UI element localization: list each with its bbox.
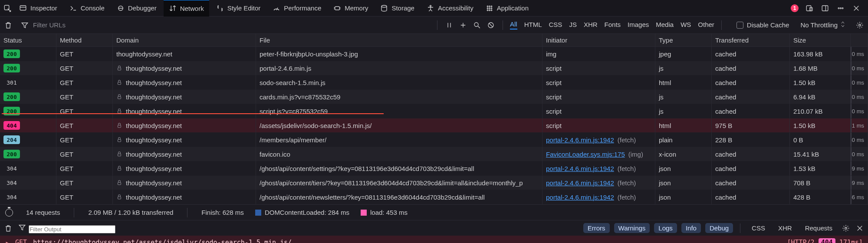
cell-size[interactable]: 1.53 kB xyxy=(790,161,851,176)
plus-icon[interactable] xyxy=(458,20,468,30)
trash-icon[interactable] xyxy=(3,223,13,233)
cell-domain[interactable]: thoughtodyssey.net xyxy=(113,133,256,147)
cell-transferred[interactable]: 975 B xyxy=(712,118,790,133)
type-chip-html[interactable]: HTML xyxy=(524,21,542,29)
console-error-entry[interactable]: ▸ GET https://thoughtodyssey.net/assets/… xyxy=(0,236,868,243)
column-header[interactable]: Size xyxy=(790,34,851,47)
cell-status[interactable]: 204 xyxy=(0,133,56,147)
cell-method[interactable]: GET xyxy=(56,161,113,176)
console-filter[interactable] xyxy=(17,223,115,233)
column-header[interactable]: File xyxy=(256,34,542,47)
gear-icon[interactable] xyxy=(855,20,865,30)
cell-status[interactable]: 200 xyxy=(0,90,56,104)
cell-transferred[interactable]: cached xyxy=(712,161,790,176)
cell-time[interactable]: 0 ms xyxy=(851,47,868,61)
console-pill-errors[interactable]: Errors xyxy=(583,223,610,233)
cell-initiator[interactable]: script xyxy=(542,76,655,90)
cell-domain[interactable]: thoughtodyssey.net xyxy=(113,104,256,118)
cell-file[interactable]: /assets/jsdelivr/sodo-search-1.5.min.js/ xyxy=(256,118,542,133)
cell-status[interactable]: 200 xyxy=(0,147,56,161)
type-chip-images[interactable]: Images xyxy=(628,21,649,29)
cell-initiator[interactable]: script xyxy=(542,118,655,133)
cell-time[interactable]: 140 ms xyxy=(851,133,868,147)
cell-size[interactable]: 708 B xyxy=(790,176,851,190)
gear-icon[interactable] xyxy=(841,223,851,233)
cell-time[interactable]: 0 ms xyxy=(851,104,868,118)
cell-file[interactable]: sodo-search-1.5.min.js xyxy=(256,76,542,90)
type-chip-fonts[interactable]: Fonts xyxy=(605,21,621,29)
cell-initiator[interactable]: script xyxy=(542,90,655,104)
cell-file[interactable]: /members/api/member/ xyxy=(256,133,542,147)
cell-initiator[interactable]: portal-2.4.6.min.js:1942 (fetch) xyxy=(542,133,655,147)
cell-type[interactable]: js xyxy=(655,61,712,76)
tab-inspector[interactable]: Inspector xyxy=(14,0,62,16)
type-chip-js[interactable]: JS xyxy=(569,21,577,29)
initiator-link[interactable]: portal-2.4.6.min.js:1942 xyxy=(546,136,614,144)
cell-domain[interactable]: thoughtodyssey.net xyxy=(113,161,256,176)
cell-type[interactable]: json xyxy=(655,190,712,204)
cell-size[interactable]: 6.94 kB xyxy=(790,90,851,104)
cell-time[interactable]: 0 ms xyxy=(851,147,868,161)
cell-method[interactable]: GET xyxy=(56,118,113,133)
cell-method[interactable]: GET xyxy=(56,76,113,90)
cell-method[interactable]: GET xyxy=(56,133,113,147)
cell-type[interactable]: js xyxy=(655,104,712,118)
cell-type[interactable]: js xyxy=(655,90,712,104)
cell-status[interactable]: 301 xyxy=(0,76,56,90)
cell-type[interactable]: x-icon xyxy=(655,147,712,161)
block-icon[interactable] xyxy=(486,20,496,30)
cell-status[interactable]: 404 xyxy=(0,118,56,133)
cell-transferred[interactable]: 228 B xyxy=(712,133,790,147)
cell-method[interactable]: GET xyxy=(56,176,113,190)
cell-method[interactable]: GET xyxy=(56,61,113,76)
tab-accessibility[interactable]: Accessibility xyxy=(421,0,479,16)
cell-transferred[interactable]: cached xyxy=(712,176,790,190)
initiator-link[interactable]: FaviconLoader.sys.mjs:175 xyxy=(546,151,625,158)
cell-file[interactable]: portal-2.4.6.min.js xyxy=(256,61,542,76)
cell-size[interactable]: 1.50 kB xyxy=(790,118,851,133)
type-chip-other[interactable]: Other xyxy=(698,21,714,29)
cell-time[interactable]: 0 ms xyxy=(851,76,868,90)
cell-size[interactable]: 0 B xyxy=(790,133,851,147)
cell-domain[interactable]: thoughtodyssey.net xyxy=(113,190,256,204)
cell-transferred[interactable]: cached xyxy=(712,90,790,104)
cell-method[interactable]: GET xyxy=(56,104,113,118)
cell-size[interactable]: 1.50 kB xyxy=(790,76,851,90)
cell-status[interactable]: 304 xyxy=(0,190,56,204)
cell-method[interactable]: GET xyxy=(56,147,113,161)
cell-type[interactable]: json xyxy=(655,176,712,190)
type-chip-css[interactable]: CSS xyxy=(549,21,562,29)
cell-file[interactable]: /ghost/api/content/settings/?key=0811319… xyxy=(256,161,542,176)
cell-domain[interactable]: thoughtodyssey.net xyxy=(113,47,256,61)
console-toggle-requests[interactable]: Requests xyxy=(801,223,837,233)
close-icon[interactable] xyxy=(852,3,861,13)
cell-initiator[interactable]: script xyxy=(542,61,655,76)
cell-domain[interactable]: thoughtodyssey.net xyxy=(113,61,256,76)
cell-transferred[interactable]: cached xyxy=(712,76,790,90)
console-url[interactable]: https://thoughtodyssey.net/assets/jsdeli… xyxy=(33,239,292,243)
column-header[interactable] xyxy=(851,34,868,47)
responsive-mode-icon[interactable] xyxy=(805,3,814,13)
cell-method[interactable]: GET xyxy=(56,47,113,61)
error-count-badge[interactable]: 1 xyxy=(791,4,799,12)
cell-time[interactable]: 0 ms xyxy=(851,61,868,76)
console-pill-logs[interactable]: Logs xyxy=(654,223,677,233)
cell-initiator[interactable]: script xyxy=(542,104,655,118)
cell-status[interactable]: 304 xyxy=(0,161,56,176)
meatballs-icon[interactable] xyxy=(836,3,845,13)
disclosure-triangle-icon[interactable]: ▸ xyxy=(5,239,9,243)
column-header[interactable]: Initiator xyxy=(542,34,655,47)
throttling-select[interactable]: No Throttling xyxy=(800,21,845,29)
stopwatch-icon[interactable] xyxy=(5,209,13,217)
cell-type[interactable]: json xyxy=(655,161,712,176)
cell-initiator[interactable]: portal-2.4.6.min.js:1942 (fetch) xyxy=(542,176,655,190)
cell-time[interactable]: 159 ms xyxy=(851,161,868,176)
cell-file[interactable]: script.js?v=c875532c59 xyxy=(256,104,542,118)
cell-file[interactable]: favicon.ico xyxy=(256,147,542,161)
cell-time[interactable]: 171 ms xyxy=(851,118,868,133)
cell-type[interactable]: html xyxy=(655,76,712,90)
tab-performance[interactable]: Performance xyxy=(267,0,326,16)
cell-method[interactable]: GET xyxy=(56,190,113,204)
tab-network[interactable]: Network xyxy=(164,0,209,16)
column-header[interactable]: Domain xyxy=(113,34,256,47)
